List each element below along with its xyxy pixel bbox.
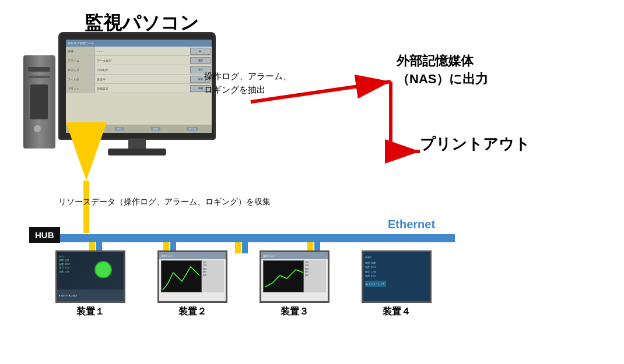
device-1: 10.3.1 状態: 正常 温度: 28°C 圧力: 1.02 流量: 0.85… <box>55 250 125 318</box>
annotation-nas: 外部記憶媒体 （NAS）に出力 <box>397 52 488 89</box>
monitor: 操作ログ管理ツール 日時 ---- ▶ アラーム データ表示 選択 ロギン <box>58 32 216 149</box>
device-2-screen: 波形モニタ CH1CH2MAXMINAVG <box>157 250 227 303</box>
annotation-collect: リソースデータ（操作ログ、アラーム、ロギング）を収集 <box>58 197 271 207</box>
device-2: 波形モニタ CH1CH2MAXMINAVG 装置２ <box>157 250 227 318</box>
device-1-label: 装置１ <box>76 306 104 318</box>
annotation-print: プリントアウト <box>420 134 530 154</box>
monitor-area: 操作ログ管理ツール 日時 ---- ▶ アラーム データ表示 選択 ロギン <box>23 32 222 178</box>
ethernet-label: Ethernet <box>388 218 435 231</box>
hub-label: HUB <box>29 227 60 243</box>
device-3-label: 装置３ <box>281 306 309 318</box>
diagram-container: 監視パソコン 操作ログ管理ツール 日時 ---- ▶ <box>0 0 624 364</box>
ethernet-line <box>35 234 455 242</box>
device-4-label: 装置４ <box>383 306 411 318</box>
device-3-screen: 波形モニタ CH1CH2MAXMINAVG <box>260 250 329 303</box>
device-1-screen: 10.3.1 状態: 正常 温度: 28°C 圧力: 1.02 流量: 0.85… <box>55 250 125 303</box>
device-4-screen: 設備D 状態: 待機 温度: 25°C 速度: 1200 負荷: 45% ■ モ… <box>362 250 432 303</box>
device-4: 設備D 状態: 待機 温度: 25°C 速度: 1200 負荷: 45% ■ モ… <box>362 250 432 318</box>
annotation-extract: 操作ログ、アラーム、 ロギングを抽出 <box>204 70 292 96</box>
devices-row: 10.3.1 状態: 正常 温度: 28°C 圧力: 1.02 流量: 0.85… <box>55 250 432 318</box>
pc-tower <box>23 55 55 149</box>
device-2-label: 装置２ <box>178 306 206 318</box>
device-3: 波形モニタ CH1CH2MAXMINAVG 装置３ <box>260 250 329 318</box>
